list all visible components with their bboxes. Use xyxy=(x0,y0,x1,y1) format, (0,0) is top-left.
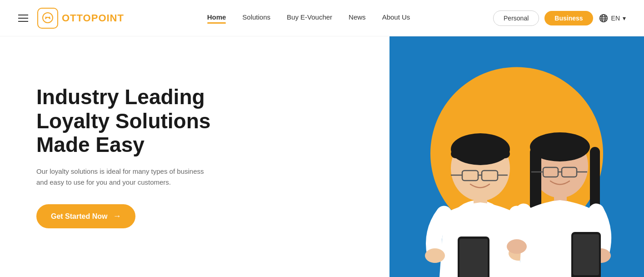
svg-rect-26 xyxy=(590,147,600,211)
logo-text: OTTOPOINT xyxy=(62,12,124,24)
nav-item-news[interactable]: News xyxy=(349,13,366,23)
svg-point-1 xyxy=(45,16,47,18)
chevron-down-icon: ▾ xyxy=(623,15,626,22)
hero-content: Industry Leading Loyalty Solutions Made … xyxy=(0,58,255,256)
hero-illustration xyxy=(389,36,644,277)
header: OTTOPOINT Home Solutions Buy E-Voucher N… xyxy=(0,0,644,36)
svg-rect-21 xyxy=(459,239,488,277)
nav-item-about[interactable]: About Us xyxy=(382,13,410,23)
nav-item-home[interactable]: Home xyxy=(207,13,226,23)
svg-point-2 xyxy=(49,16,50,18)
globe-icon xyxy=(599,13,609,23)
lang-label: EN xyxy=(611,15,620,22)
header-left: OTTOPOINT xyxy=(18,8,124,29)
svg-point-34 xyxy=(507,239,527,254)
personal-button[interactable]: Personal xyxy=(493,10,539,26)
nav-item-buy-evoucher[interactable]: Buy E-Voucher xyxy=(287,13,332,23)
svg-point-18 xyxy=(425,248,445,263)
language-selector[interactable]: EN ▾ xyxy=(599,13,626,23)
hero-subtitle: Our loyalty solutions is ideal for many … xyxy=(36,166,209,188)
hero-title: Industry Leading Loyalty Solutions Made … xyxy=(36,85,236,157)
svg-rect-11 xyxy=(451,149,510,158)
logo-svg xyxy=(41,11,55,25)
get-started-button[interactable]: Get Started Now → xyxy=(36,204,135,228)
hero-image-section xyxy=(255,36,644,277)
arrow-icon: → xyxy=(113,212,121,221)
get-started-label: Get Started Now xyxy=(51,212,107,221)
svg-rect-36 xyxy=(573,234,599,275)
logo[interactable]: OTTOPOINT xyxy=(37,8,124,29)
header-right: Personal Business EN ▾ xyxy=(493,10,626,26)
hero-section: Industry Leading Loyalty Solutions Made … xyxy=(0,36,644,277)
hero-image-container xyxy=(389,36,644,277)
main-nav: Home Solutions Buy E-Voucher News About … xyxy=(207,13,410,23)
logo-icon xyxy=(37,8,58,29)
business-button[interactable]: Business xyxy=(544,11,593,25)
nav-item-solutions[interactable]: Solutions xyxy=(242,13,270,23)
hamburger-button[interactable] xyxy=(18,15,28,22)
